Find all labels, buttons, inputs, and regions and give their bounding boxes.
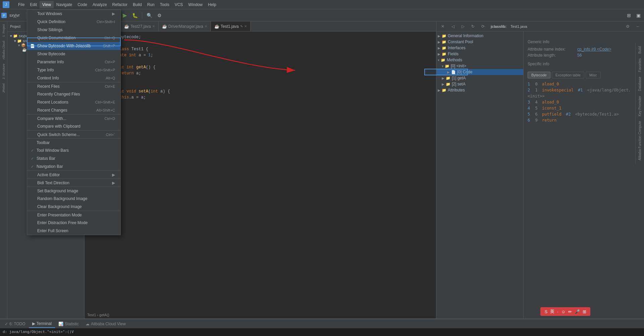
menu-window[interactable]: Window [185, 1, 205, 8]
menu-set-background[interactable]: Set Background Image [27, 187, 120, 195]
menu-recent-files[interactable]: Recent Files Ctrl+E [27, 82, 120, 90]
jclasslib-back-btn[interactable]: ◁ [449, 23, 457, 30]
menu-build[interactable]: Build [130, 1, 145, 8]
menu-navigation-bar[interactable]: ✓ Navigation Bar [27, 162, 120, 171]
menu-clear-background[interactable]: Clear Background Image [27, 203, 120, 211]
jclasslib-sync-btn[interactable]: ⟳ [479, 23, 487, 30]
tree-geta[interactable]: ▶ 📁 [1] getA [436, 75, 523, 81]
tab-drivermanager[interactable]: ☕ DriverManager.java ✕ [159, 21, 211, 31]
menu-file[interactable]: File [15, 1, 27, 8]
menu-tool-windows[interactable]: Tool Windows ▶ [27, 10, 120, 18]
checkmark-icon: ✓ [30, 148, 35, 153]
jclasslib-close-btn[interactable]: ✕ [439, 23, 446, 30]
right-tab-database[interactable]: Database [637, 75, 643, 93]
menu-compare-clipboard[interactable]: Compare with Clipboard [27, 122, 120, 130]
tab-test27[interactable]: ☕ Test27.java ✕ [121, 21, 159, 31]
ime-mic[interactable]: 🎤 [575, 309, 580, 314]
menu-tools[interactable]: Tools [157, 1, 172, 8]
menu-code[interactable]: Code [75, 1, 90, 8]
sidebar-jrebel[interactable]: JRebel [1, 82, 6, 94]
menu-show-siblings[interactable]: Show Siblings [27, 26, 120, 34]
menu-random-background[interactable]: Random Background Image [27, 195, 120, 203]
bytecode-tab-bytecode[interactable]: Bytecode [528, 72, 550, 78]
shortcut: Ctrl+D [105, 117, 115, 121]
bottom-tab-terminal[interactable]: ▶ Terminal [29, 320, 55, 328]
tree-fields[interactable]: ▶ 📁 Fields [436, 51, 523, 57]
tree-attributes[interactable]: ▶ 📁 Attributes [436, 87, 523, 93]
ime-lang[interactable]: 英 [550, 309, 554, 315]
jclasslib-refresh-btn[interactable]: ↻ [469, 23, 477, 30]
sidebar-alibaba[interactable]: Alibaba Cloud [1, 40, 6, 61]
tree-general-info[interactable]: ▶ 📁 General Information [436, 33, 523, 39]
right-tab-favorites[interactable]: Favorites [637, 56, 643, 74]
tree-interfaces[interactable]: ▶ 📁 Interfaces [436, 45, 523, 51]
run-btn[interactable]: ▶ [120, 11, 129, 20]
tree-constant-pool[interactable]: ▶ 📁 Constant Pool [436, 39, 523, 45]
menu-quick-definition[interactable]: Quick Definition Ctrl+Shift+I [27, 18, 120, 26]
ime-emoji[interactable]: ☺ [561, 309, 566, 314]
sidebar-project[interactable]: 1: Project [1, 23, 6, 38]
menu-icon: 📄 [30, 44, 35, 48]
menu-type-info[interactable]: Type Info Ctrl+Shift+P [27, 66, 120, 74]
toolbar-right-btn1[interactable]: ⊞ [625, 11, 633, 20]
menu-context-info[interactable]: Context Info Alt+Q [27, 74, 120, 82]
ime-s[interactable]: S [544, 309, 547, 314]
menu-fullscreen[interactable]: Enter Full Screen [27, 227, 120, 235]
tree-init-method[interactable]: ▾ 📁 [0] <init> [436, 63, 523, 69]
right-tab-build[interactable]: Build [637, 44, 643, 56]
terminal-content[interactable]: d: java/lang/Object."<init>":()V 4: aloa… [0, 328, 644, 336]
tree-seta[interactable]: ▶ 📁 [2] setA [436, 81, 523, 87]
menu-tool-window-bars[interactable]: ✓ Tool Window Bars [27, 146, 120, 154]
menu-help[interactable]: Help [205, 1, 219, 8]
settings-btn[interactable]: ⚙ [155, 11, 164, 20]
menu-show-bytecode[interactable]: Show Bytecode [27, 50, 120, 58]
menu-recently-changed[interactable]: Recently Changed Files [27, 90, 120, 98]
menu-bidi-text[interactable]: Bidi Text Direction ▶ [27, 179, 120, 187]
ime-dot[interactable]: · [557, 309, 558, 314]
bottom-tab-statistic[interactable]: 📊 Statistic [55, 320, 82, 328]
menu-view[interactable]: View [40, 1, 54, 8]
menu-run[interactable]: Run [145, 1, 157, 8]
search-everywhere[interactable]: 🔍 [145, 11, 154, 20]
menu-show-bytecode-jclasslib[interactable]: 📄 Show Bytecode With Jclasslib Shift+P [27, 42, 120, 50]
menu-presentation-mode[interactable]: Enter Presentation Mode [27, 211, 120, 219]
menu-quick-doc[interactable]: Quick Documentation Ctrl+Q [27, 34, 120, 42]
tree-methods[interactable]: ▾ 📁 Methods [436, 57, 523, 63]
menu-toolbar[interactable]: Toolbar [27, 138, 120, 146]
menu-refactor[interactable]: Refactor [110, 1, 130, 8]
bottom-tab-alibaba[interactable]: ☁ Alibaba Cloud View [82, 320, 129, 328]
bottom-tab-todo[interactable]: ✓ 6: TODO [1, 320, 29, 328]
sidebar-structure[interactable]: 2: Structure [1, 62, 6, 81]
ime-grid[interactable]: ⊞ [583, 309, 586, 314]
menu-recent-locations[interactable]: Recent Locations Ctrl+Shift+E [27, 98, 120, 106]
bytecode-tab-misc[interactable]: Misc [586, 72, 601, 78]
tab-test27-close[interactable]: ✕ [152, 24, 155, 28]
jclasslib-settings-btn[interactable]: ⚙ [624, 23, 631, 30]
ime-pen[interactable]: ✏ [568, 309, 572, 314]
menu-active-editor[interactable]: Active Editor ▶ [27, 171, 120, 179]
right-tab-alibaba[interactable]: Alibaba Function Compute [637, 119, 643, 162]
tab-dm-close[interactable]: ✕ [205, 24, 207, 28]
debug-btn[interactable]: 🐛 [130, 11, 139, 20]
editor-content[interactable]: 1 package bytecode; 2 3 public class Tes… [85, 31, 436, 311]
tab-test1-close[interactable]: ✕ [244, 24, 247, 28]
jclasslib-forward-btn[interactable]: ▷ [459, 23, 467, 30]
menu-quick-switch[interactable]: Quick Switch Scheme... Ctrl+` [27, 130, 120, 138]
menu-recent-changes[interactable]: Recent Changes Alt+Shift+C [27, 106, 120, 114]
menu-compare-with[interactable]: Compare With... Ctrl+D [27, 114, 120, 122]
menu-vcs[interactable]: VCS [172, 1, 186, 8]
menu-analyze[interactable]: Analyze [90, 1, 110, 8]
menu-navigate[interactable]: Navigate [54, 1, 75, 8]
jclasslib-minimize-btn[interactable]: – [634, 23, 641, 30]
right-tab-key[interactable]: Key Promoter [637, 94, 643, 118]
menu-status-bar[interactable]: ✓ Status Bar [27, 154, 120, 162]
tree-code[interactable]: ▶ 📄 [0] Code [436, 69, 523, 75]
tree-label: Attributes [448, 88, 465, 92]
menu-parameter-info[interactable]: Parameter Info Ctrl+P [27, 58, 120, 66]
menu-edit[interactable]: Edit [27, 1, 40, 8]
attr-name-value[interactable]: cp_info #9 <Code> [577, 47, 611, 52]
menu-distraction-free[interactable]: Enter Distraction Free Mode [27, 219, 120, 227]
bytecode-tab-exception[interactable]: Exception table [552, 72, 584, 78]
toolbar-right-btn2[interactable]: ▣ [634, 11, 643, 20]
tab-test1[interactable]: ☕ Test1.java ✎ ✕ [211, 21, 251, 31]
